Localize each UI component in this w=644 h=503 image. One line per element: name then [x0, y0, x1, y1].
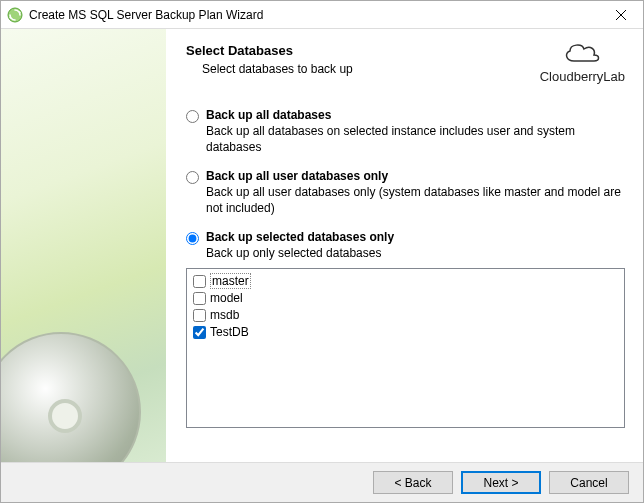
back-button[interactable]: < Back: [373, 471, 453, 494]
app-icon: [7, 7, 23, 23]
db-checkbox-model[interactable]: [193, 292, 206, 305]
window-title: Create MS SQL Server Backup Plan Wizard: [29, 8, 599, 22]
radio-user[interactable]: [186, 171, 199, 184]
brand-logo: CloudberryLab: [540, 39, 625, 84]
option-user-databases[interactable]: Back up all user databases only Back up …: [186, 169, 625, 216]
option-selected-label: Back up selected databases only: [206, 230, 625, 244]
close-icon: [616, 10, 626, 20]
list-item[interactable]: msdb: [191, 307, 620, 324]
radio-selected[interactable]: [186, 232, 199, 245]
radio-all[interactable]: [186, 110, 199, 123]
db-checkbox-master[interactable]: [193, 275, 206, 288]
option-all-desc: Back up all databases on selected instan…: [206, 124, 625, 155]
wizard-sidebar: [1, 29, 166, 462]
db-name: model: [210, 291, 243, 305]
brand-name: CloudberryLab: [540, 69, 625, 84]
db-name: msdb: [210, 308, 239, 322]
disc-icon: [1, 332, 141, 462]
wizard-footer: < Back Next > Cancel: [1, 462, 643, 502]
option-user-label: Back up all user databases only: [206, 169, 625, 183]
wizard-main: Select Databases Select databases to bac…: [166, 29, 643, 462]
next-button[interactable]: Next >: [461, 471, 541, 494]
option-all-label: Back up all databases: [206, 108, 625, 122]
option-all-databases[interactable]: Back up all databases Back up all databa…: [186, 108, 625, 155]
db-checkbox-testdb[interactable]: [193, 326, 206, 339]
database-list[interactable]: master model msdb TestDB: [186, 268, 625, 428]
db-name: TestDB: [210, 325, 249, 339]
list-item[interactable]: TestDB: [191, 324, 620, 341]
page-subtitle: Select databases to back up: [202, 62, 532, 76]
option-user-desc: Back up all user databases only (system …: [206, 185, 625, 216]
wizard-body: Select Databases Select databases to bac…: [1, 29, 643, 462]
title-bar: Create MS SQL Server Backup Plan Wizard: [1, 1, 643, 29]
list-item[interactable]: master: [191, 273, 620, 290]
list-item[interactable]: model: [191, 290, 620, 307]
option-selected-desc: Back up only selected databases: [206, 246, 625, 262]
db-checkbox-msdb[interactable]: [193, 309, 206, 322]
db-name: master: [210, 273, 251, 289]
page-title: Select Databases: [186, 43, 532, 58]
cancel-button[interactable]: Cancel: [549, 471, 629, 494]
close-button[interactable]: [599, 1, 643, 29]
cloud-icon: [560, 39, 604, 69]
option-selected-databases[interactable]: Back up selected databases only Back up …: [186, 230, 625, 262]
